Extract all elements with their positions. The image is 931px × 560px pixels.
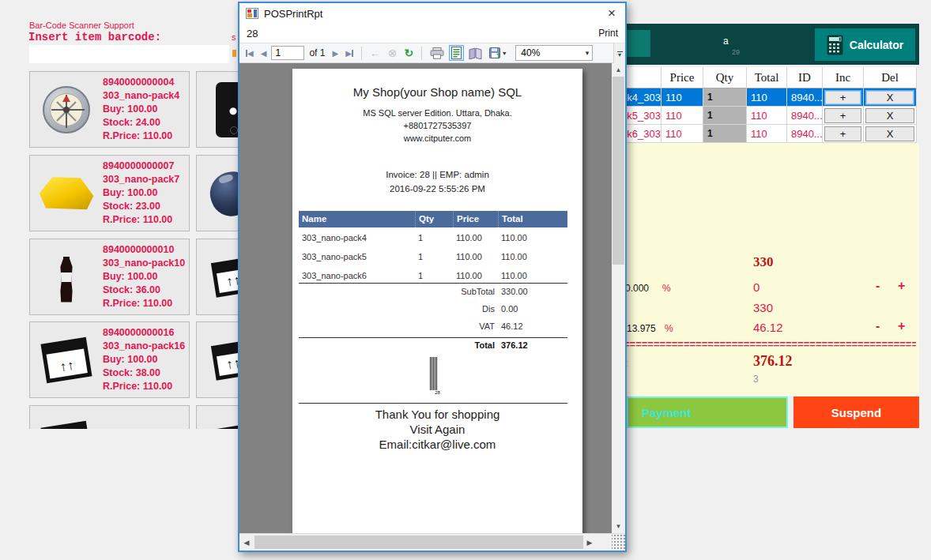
stop-icon[interactable]: ⊗ (386, 45, 400, 61)
product-buy: Buy: 100.00 (103, 186, 179, 200)
pos-right-pane: a 29 Calculator Price Qty Total ID Inc (619, 0, 919, 560)
increment-button[interactable]: + (824, 126, 861, 141)
vat-minus-button[interactable]: - (876, 319, 880, 333)
horizontal-scrollbar[interactable]: ◀ ▶ (239, 533, 625, 551)
cola-bottle-icon (30, 252, 103, 303)
product-card[interactable]: ↑↑ 8940000000019 (29, 405, 190, 429)
totals-panel: 330 0.000 % 0 - + 330 13.975 % 46.12 - +… (619, 143, 919, 396)
increment-button[interactable]: + (824, 108, 861, 123)
report-total-row: Total376.12 (299, 340, 567, 356)
scroll-down-icon[interactable]: ▼ (612, 520, 625, 533)
report-table-row: 303_nano-pack51110.00110.00 (299, 246, 567, 265)
report-datetime: 2016-09-22 5:55:26 PM (292, 184, 582, 194)
report-divider (299, 337, 567, 338)
product-stock: Stock: 36.00 (103, 284, 185, 297)
scanner-support-label: Bar-Code Scanner Support (29, 21, 134, 30)
delete-button[interactable]: X (865, 108, 914, 123)
report-website: www.citputer.com (292, 133, 582, 143)
next-page-button[interactable]: ▶ (330, 47, 341, 59)
report-viewport: My Shop(your Shop name) SQL MS SQL serve… (239, 63, 625, 533)
product-card[interactable]: ↑↑ 8940000000016 303_nano-pack16 Buy: 10… (29, 321, 190, 398)
horizontal-scroll-thumb[interactable] (254, 536, 583, 549)
grid-header-row: Price Qty Total ID Inc Del (619, 67, 917, 88)
invoice-number-field[interactable]: 28 (247, 28, 258, 39)
product-name: 303_nano-pack10 (103, 257, 185, 270)
percent-sign: % (662, 283, 671, 294)
cart-row[interactable]: 303_nano-pack6 110 1 110 8940... + X (619, 125, 917, 143)
delete-button[interactable]: X (865, 90, 914, 105)
col-header-del: Del (864, 67, 917, 88)
increment-button[interactable]: + (824, 90, 861, 105)
cart-row-selected[interactable]: 303_nano-pack4 110 1 110 8940... + X (619, 88, 917, 107)
delete-button[interactable]: X (865, 126, 914, 141)
scroll-right-icon[interactable]: ▶ (582, 534, 597, 551)
subtotal-value: 330 (753, 254, 774, 270)
discount-plus-button[interactable]: + (898, 279, 905, 293)
resize-grip[interactable] (612, 534, 625, 551)
calculator-button[interactable]: Calculator (815, 28, 915, 61)
page-setup-icon[interactable] (466, 46, 484, 61)
clipped-orange-fragment (232, 50, 236, 57)
suspend-button[interactable]: Suspend (793, 397, 919, 428)
barcode-input[interactable] (29, 45, 229, 63)
product-code: 8940000000007 (103, 160, 179, 173)
vat-amount: 46.12 (753, 321, 783, 334)
top-teal-bar: a 29 Calculator (619, 24, 919, 65)
toolbar-separator (361, 47, 362, 60)
product-code: 8940000000016 (103, 326, 185, 340)
teal-tile[interactable] (624, 30, 650, 57)
product-card[interactable]: 8940000000004 303_nano-pack4 Buy: 100.00… (29, 71, 190, 148)
report-page: My Shop(your Shop name) SQL MS SQL serve… (292, 69, 582, 533)
product-code: 8940000000004 (103, 76, 179, 89)
first-page-button[interactable]: ◀ (243, 47, 256, 59)
product-name: 303_nano-pack4 (103, 89, 179, 103)
product-rprice: R.Price: 110.00 (103, 380, 185, 393)
pos-print-dialog: POSPrintRpt × 28 Print ◀ ◀ of 1 ▶ ▶ ← ⊗ … (238, 2, 627, 552)
vat-percent-fragment: 13.975 (627, 323, 656, 334)
print-icon[interactable] (428, 46, 447, 61)
product-name: 303_nano-pack7 (103, 173, 179, 186)
insert-barcode-label: Insert item barcode: (28, 31, 161, 43)
report-divider (299, 403, 567, 404)
product-card[interactable]: 8940000000010 303_nano-pack10 Buy: 100.0… (29, 239, 190, 315)
last-page-button[interactable]: ▶ (343, 47, 356, 59)
vat-plus-button[interactable]: + (898, 319, 905, 333)
discount-minus-button[interactable]: - (876, 279, 880, 293)
report-vat-row: VAT46.12 (299, 321, 567, 337)
vertical-scrollbar[interactable]: ▲ ▼ (612, 63, 625, 533)
product-rprice: R.Price: 110.00 (103, 130, 179, 143)
report-table-header: Name Qty Price Total (299, 211, 567, 227)
product-buy: Buy: 100.00 (103, 270, 185, 284)
col-header-id: ID (787, 67, 823, 88)
scroll-left-icon[interactable]: ◀ (239, 534, 254, 551)
payment-button[interactable]: Payment (627, 397, 788, 428)
page-number-input[interactable] (271, 46, 304, 60)
back-icon[interactable]: ← (368, 45, 383, 61)
report-edition-line: MS SQL server Edition. Uttara, Dhaka. (292, 108, 582, 118)
close-icon[interactable]: × (598, 3, 625, 24)
cart-row[interactable]: 303_nano-pack5 110 1 110 8940... + X (619, 107, 917, 125)
print-button[interactable]: Print (598, 28, 618, 39)
toolbar-overflow-button[interactable]: ▾ (613, 43, 625, 64)
form-icon (246, 8, 258, 19)
barcode-number: 28 (292, 390, 582, 395)
product-rprice: R.Price: 110.00 (103, 297, 185, 310)
prev-page-button[interactable]: ◀ (258, 47, 270, 59)
print-layout-icon[interactable] (449, 45, 464, 61)
product-code: 8940000000010 (103, 243, 185, 257)
export-save-icon[interactable]: ▾ (487, 46, 508, 61)
scroll-up-icon[interactable]: ▲ (612, 63, 625, 77)
product-stock: Stock: 38.00 (103, 366, 185, 380)
product-stock: Stock: 24.00 (103, 116, 179, 130)
report-footer-line1: Thank You for shopping (292, 408, 582, 421)
package-box-icon: ↑↑ (30, 340, 103, 380)
refresh-icon[interactable]: ↻ (402, 45, 416, 61)
vertical-scroll-thumb[interactable] (612, 77, 624, 265)
dropdown-caret-icon: ▾ (586, 49, 593, 57)
dialog-titlebar[interactable]: POSPrintRpt × (239, 3, 625, 24)
report-table-row: 303_nano-pack41110.00110.00 (299, 227, 567, 246)
gold-bar-icon (30, 176, 103, 211)
zoom-select[interactable]: 40% ▾ (515, 45, 593, 61)
col-header-price: Price (662, 67, 703, 88)
product-card[interactable]: 8940000000007 303_nano-pack7 Buy: 100.00… (29, 155, 190, 231)
